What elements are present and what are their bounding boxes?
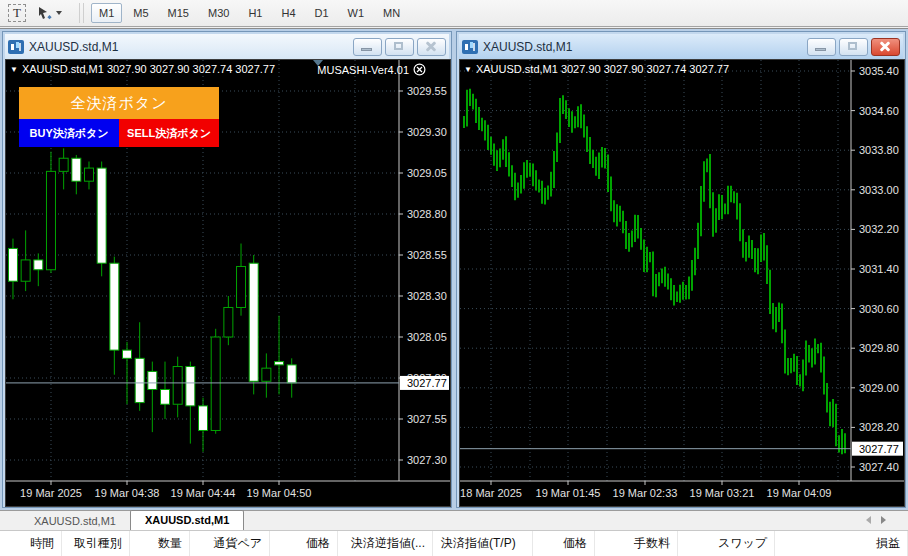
column-header[interactable]: 価格 xyxy=(533,531,595,556)
timeframe-button-mn[interactable]: MN xyxy=(375,3,408,23)
candles-group xyxy=(6,148,296,451)
time-axis-label: 19 Mar 01:45 xyxy=(536,487,601,499)
right-window-controls xyxy=(804,38,900,56)
right-chart-canvas[interactable]: 3035.403034.603033.803033.003032.203031.… xyxy=(460,60,904,507)
close-all-button[interactable]: 全決済ボタン xyxy=(19,87,219,119)
tab-scroll-arrows xyxy=(866,516,886,524)
close-button[interactable] xyxy=(417,38,446,56)
price-axis-label: 3029.00 xyxy=(859,382,899,394)
timeframe-button-w1[interactable]: W1 xyxy=(340,3,373,23)
price-axis-label: 3028.55 xyxy=(407,249,447,261)
cursor-tool-icon xyxy=(37,5,53,21)
column-header[interactable]: 数量 xyxy=(130,531,190,556)
column-header[interactable]: 決済指値(T/P) xyxy=(433,531,533,556)
left-window-controls xyxy=(350,38,446,56)
timeframe-button-m5[interactable]: M5 xyxy=(125,3,156,23)
terminal-table-header: 時間取引種別数量通貨ペア価格決済逆指値(...決済指値(T/P)価格手数料スワッ… xyxy=(0,530,908,556)
current-price-label: 3027.77 xyxy=(859,443,899,455)
price-axis-label: 3033.80 xyxy=(859,144,899,156)
left-chart-ohlc-info: ▼XAUUSD.std,M1 3027.90 3027.90 3027.74 3… xyxy=(10,63,275,75)
time-axis-label: 19 Mar 2025 xyxy=(20,487,82,499)
mdi-area: XAUUSD.std,M1 3029.553029.303029.053028.… xyxy=(0,28,908,511)
timeframe-button-m15[interactable]: M15 xyxy=(160,3,197,23)
price-axis-label: 3032.20 xyxy=(859,223,899,235)
toolbar-separator xyxy=(79,3,84,23)
cursor-tool-button[interactable] xyxy=(32,3,66,23)
chart-window-icon xyxy=(462,40,478,54)
chart-window-right: XAUUSD.std,M1 3035.403034.603033.803033.… xyxy=(456,31,906,508)
restore-button[interactable] xyxy=(839,38,868,56)
timeframe-button-h1[interactable]: H1 xyxy=(240,3,270,23)
left-window-title: XAUUSD.std,M1 xyxy=(29,40,350,54)
column-header[interactable]: 時間 xyxy=(0,531,62,556)
right-chart-client: 3035.403034.603033.803033.003032.203031.… xyxy=(459,59,905,507)
left-window-titlebar[interactable]: XAUUSD.std,M1 xyxy=(5,34,449,59)
chart-tab-1[interactable]: XAUUSD.std,M1 xyxy=(130,510,244,530)
left-chart-client: 3029.553029.303029.053028.803028.553028.… xyxy=(5,59,451,507)
price-axis-label: 3028.80 xyxy=(407,208,447,220)
right-chart-ohlc-info: ▼XAUUSD.std,M1 3027.90 3027.90 3027.74 3… xyxy=(464,63,729,75)
close-buy-button[interactable]: BUY決済ボタン xyxy=(19,119,119,147)
price-axis-label: 3029.55 xyxy=(407,85,447,97)
time-axis-label: 18 Mar 2025 xyxy=(460,487,522,499)
ea-smiley-icon[interactable] xyxy=(413,63,426,76)
tab-scroll-right-icon[interactable] xyxy=(881,516,886,524)
close-sell-button[interactable]: SELL決済ボタン xyxy=(119,119,219,147)
column-header[interactable]: 価格 xyxy=(270,531,338,556)
column-header[interactable]: 通貨ペア xyxy=(190,531,270,556)
timeframe-button-h4[interactable]: H4 xyxy=(273,3,303,23)
price-axis-label: 3028.20 xyxy=(859,421,899,433)
chevron-down-icon: ▼ xyxy=(10,65,18,74)
price-axis-label: 3029.30 xyxy=(407,126,447,138)
time-axis-label: 19 Mar 04:50 xyxy=(247,487,312,499)
chart-window-left: XAUUSD.std,M1 3029.553029.303029.053028.… xyxy=(2,31,452,508)
cursor-tool-dropdown-arrow xyxy=(56,11,62,15)
chevron-down-icon: ▼ xyxy=(464,65,472,74)
price-axis-label: 3031.40 xyxy=(859,263,899,275)
price-axis-label: 3028.30 xyxy=(407,290,447,302)
timeframe-button-m1[interactable]: M1 xyxy=(91,3,122,23)
restore-button[interactable] xyxy=(385,38,414,56)
mt4-application: T M1M5M15M30H1H4D1W1MN XAUUSD.std,M1 xyxy=(0,0,908,556)
timeframe-button-m30[interactable]: M30 xyxy=(200,3,237,23)
column-header[interactable]: 損益 xyxy=(775,531,908,556)
time-axis-label: 19 Mar 04:38 xyxy=(95,487,160,499)
chart-tab-bar: XAUUSD.std,M1XAUUSD.std,M1 xyxy=(0,510,908,530)
right-window-titlebar[interactable]: XAUUSD.std,M1 xyxy=(459,34,903,59)
price-axis-label: 3027.40 xyxy=(859,461,899,473)
chart-window-icon xyxy=(8,40,24,54)
time-axis-label: 19 Mar 02:33 xyxy=(613,487,678,499)
time-axis-label: 19 Mar 04:09 xyxy=(767,487,832,499)
chart-tab-0[interactable]: XAUUSD.std,M1 xyxy=(20,512,130,530)
price-axis-label: 3034.60 xyxy=(859,105,899,117)
price-axis-label: 3030.60 xyxy=(859,303,899,315)
column-header[interactable]: 取引種別 xyxy=(62,531,130,556)
bars-group xyxy=(464,89,845,455)
minimize-button[interactable] xyxy=(353,38,382,56)
current-price-label: 3027.77 xyxy=(407,377,447,389)
timeframe-button-d1[interactable]: D1 xyxy=(307,3,337,23)
close-button[interactable] xyxy=(871,38,900,56)
right-window-title: XAUUSD.std,M1 xyxy=(483,40,804,54)
text-label-tool-button[interactable]: T xyxy=(6,3,28,23)
tab-scroll-left-icon[interactable] xyxy=(866,516,871,524)
text-tool-icon: T xyxy=(8,4,26,22)
time-axis-label: 19 Mar 04:44 xyxy=(171,487,236,499)
column-header[interactable]: 手数料 xyxy=(595,531,678,556)
price-axis-label: 3035.40 xyxy=(859,65,899,77)
trade-panel: 全決済ボタン BUY決済ボタン SELL決済ボタン xyxy=(19,87,219,147)
ea-badge: MUSASHI-Ver4.01 xyxy=(317,63,426,76)
timeframe-toolbar: M1M5M15M30H1H4D1W1MN xyxy=(91,3,411,23)
price-axis-label: 3033.00 xyxy=(859,184,899,196)
right-chart-svg: 3035.403034.603033.803033.003032.203031.… xyxy=(460,60,904,506)
price-axis-label: 3028.05 xyxy=(407,331,447,343)
column-header[interactable]: 決済逆指値(... xyxy=(338,531,433,556)
price-axis-label: 3027.30 xyxy=(407,454,447,466)
time-axis-label: 19 Mar 03:21 xyxy=(690,487,755,499)
price-axis-label: 3029.05 xyxy=(407,167,447,179)
column-header[interactable]: スワップ xyxy=(678,531,775,556)
top-toolbar: T M1M5M15M30H1H4D1W1MN xyxy=(0,0,908,27)
price-axis-label: 3029.80 xyxy=(859,342,899,354)
minimize-button[interactable] xyxy=(807,38,836,56)
price-axis-label: 3027.55 xyxy=(407,413,447,425)
